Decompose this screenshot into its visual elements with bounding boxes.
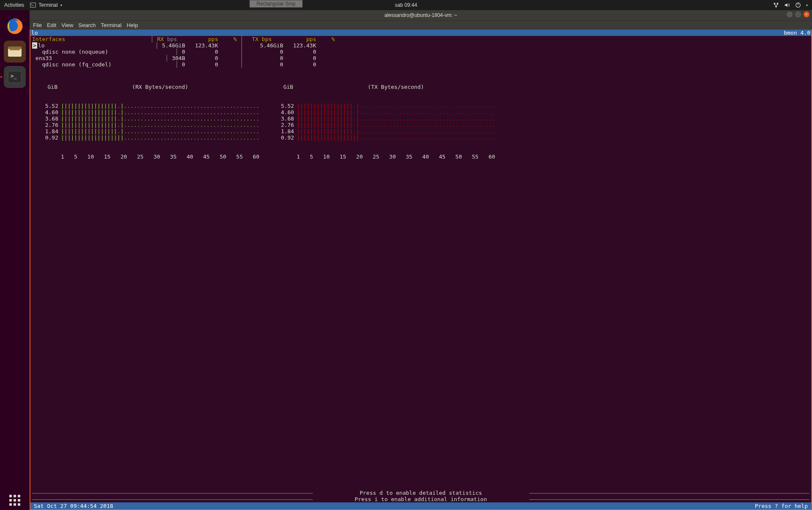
svg-rect-1 [774, 3, 776, 5]
gnome-topbar: Activities Terminal ▾ sab 09:44 ▾ Rectan… [0, 0, 812, 10]
dock-item-firefox[interactable] [4, 15, 26, 37]
menu-file[interactable]: File [33, 22, 42, 28]
volume-icon[interactable] [784, 2, 790, 8]
firefox-icon [5, 17, 24, 36]
graph-tx: GiB (TX Bytes/second) 5.52||||||||||||||… [276, 71, 495, 173]
graph-rx: GiB (RX Bytes/second) 5.52||||||||||||||… [41, 71, 260, 173]
terminal-app-icon: >_ [6, 69, 23, 85]
bmon-statusline: Sat Oct 27 09:44:54 2018 Press ? for hel… [30, 502, 811, 509]
app-menu[interactable]: Terminal ▾ [30, 2, 62, 8]
terminal-window: alessandro@ubuntu-1804-vm: ~ – ☐ × File … [30, 10, 812, 510]
menu-help[interactable]: Help [127, 22, 138, 28]
bmon-hint-detailed: Press d to enable detailed statistics [30, 490, 811, 496]
window-title: alessandro@ubuntu-1804-vm: ~ [385, 12, 457, 18]
svg-rect-0 [30, 3, 36, 8]
power-icon[interactable] [795, 2, 801, 8]
bmon-timestamp: Sat Oct 27 09:44:54 2018 [34, 503, 113, 509]
iface-row[interactable]: >lo│ 5.46GiB123.43K│5.46GiB123.43K [30, 42, 811, 49]
window-minimize-button[interactable]: – [787, 11, 793, 17]
network-icon[interactable] [773, 2, 779, 8]
svg-rect-3 [775, 6, 777, 8]
iface-row[interactable]: qdisc none (noqueue)│ 00│00 [30, 49, 811, 55]
dock-item-terminal[interactable]: >_ [4, 66, 26, 88]
dock-item-files[interactable] [4, 41, 26, 63]
menu-terminal[interactable]: Terminal [101, 22, 122, 28]
svg-rect-8 [8, 47, 22, 49]
hdr-interfaces: Interfaces [32, 36, 150, 42]
bmon-version: bmon 4.0 [784, 30, 810, 36]
svg-rect-9 [10, 49, 20, 50]
menu-edit[interactable]: Edit [47, 22, 56, 28]
iface-row[interactable]: qdisc none (fq_codel)│ 00│00 [30, 61, 811, 68]
files-icon [6, 43, 23, 60]
bmon-topline: lo bmon 4.0 [30, 30, 811, 36]
window-maximize-button[interactable]: ☐ [795, 11, 801, 17]
bmon-header-row: Interfaces │ RX bps pps % │ TX bps pps % [30, 36, 811, 42]
svg-rect-2 [777, 3, 779, 5]
window-titlebar[interactable]: alessandro@ubuntu-1804-vm: ~ – ☐ × [30, 10, 812, 20]
menu-view[interactable]: View [61, 22, 73, 28]
menu-search[interactable]: Search [78, 22, 96, 28]
dock-show-apps[interactable] [9, 495, 20, 506]
bmon-hint-additional: Press i to enable additional information [30, 496, 811, 502]
chevron-down-icon: ▾ [60, 3, 62, 7]
clock[interactable]: sab 09:44 [395, 2, 417, 8]
dock: >_ [0, 10, 30, 510]
bmon-graphs: GiB (RX Bytes/second) 5.52||||||||||||||… [30, 68, 811, 173]
snipping-overlay: Rectangular Snip [249, 0, 303, 8]
graph-tx-xaxis: 1 5 10 15 20 25 30 35 40 45 50 55 60 [276, 154, 495, 160]
terminal-menubar: File Edit View Search Terminal Help [30, 20, 812, 30]
system-menu-chevron-icon[interactable]: ▾ [806, 3, 808, 7]
terminal-body[interactable]: lo bmon 4.0 Interfaces │ RX bps pps % │ … [30, 30, 812, 510]
graph-rx-xaxis: 1 5 10 15 20 25 30 35 40 45 50 55 60 [41, 154, 260, 160]
iface-row[interactable]: ens33│ 304B0│00 [30, 55, 811, 61]
window-close-button[interactable]: × [804, 11, 809, 17]
bmon-selected-iface: lo [31, 30, 38, 36]
activities-button[interactable]: Activities [4, 2, 24, 8]
svg-text:>_: >_ [11, 73, 17, 79]
bmon-help-hint: Press ? for help [755, 503, 808, 509]
terminal-icon [30, 2, 36, 8]
